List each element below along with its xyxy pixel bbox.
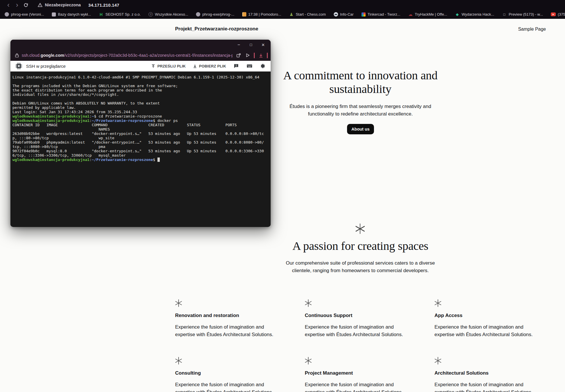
forward-button[interactable]: › (13, 1, 21, 9)
send-icon[interactable] (245, 52, 251, 58)
terminal-line: The programs included with the Debian GN… (12, 84, 269, 88)
asterisk-icon (434, 357, 441, 364)
service-card: Renovation and restorationExperience the… (175, 295, 284, 352)
bookmark-item[interactable]: ▽Wszystkie Akceso... (148, 12, 188, 17)
github-favicon-icon (5, 12, 9, 17)
bookmark-item[interactable]: Info-Car (334, 12, 354, 17)
bookmark-label: Preview (5173) - w... (509, 12, 543, 17)
bookmark-label: Info-Car (340, 12, 354, 17)
bookmark-item[interactable]: ◆Wydarzenia Hack... (455, 12, 494, 17)
keyboard-button[interactable] (246, 63, 253, 69)
terminal-line (12, 79, 269, 84)
bookmarks-bar: phrog-exe (Veroni...Bazy danych wykł...H… (0, 10, 565, 19)
bookmark-item[interactable]: 17:38 | Pomodoro... (242, 12, 281, 17)
service-description: Experience the fusion of imagination and… (305, 323, 413, 338)
hero-paragraph: Études is a pioneering firm that seamles… (282, 103, 439, 118)
tryhackme-favicon-icon: ☁ (408, 12, 413, 17)
ssh-popup-window: − □ × ssh.cloud.google.com/v2/ssh/projec… (10, 40, 271, 227)
ssh-app-title: SSH w przeglądarce (26, 64, 66, 69)
bookmark-label: TryHackMe | Offe... (415, 12, 447, 17)
download-file-button[interactable]: POBIERZ PLIK (193, 64, 226, 68)
upload-icon (151, 64, 155, 68)
bookmark-item[interactable]: □Preview (5173) - w... (502, 12, 543, 17)
terminal-line: Last login: Sat Jan 31 17:43:24 2026 fro… (12, 110, 269, 114)
bookmark-item[interactable]: Tinkercad - Tworz... (362, 12, 400, 17)
service-description: Experience the fusion of imagination and… (434, 381, 543, 392)
service-title: App Access (434, 313, 543, 318)
keyboard-icon (247, 64, 252, 68)
ssh-app-header: SSH w przeglądarce PRZEŚLIJ PLIK POBIERZ… (10, 61, 271, 72)
feedback-button[interactable] (233, 63, 239, 69)
settings-button[interactable] (260, 63, 266, 69)
security-badge[interactable]: Niezabezpieczona (38, 3, 81, 7)
terminal-line: CONTAINER ID IMAGE COMMAND CREATED STATU… (12, 123, 269, 127)
bookmark-item[interactable]: HSEOHOST Sp. z o.o. (99, 12, 141, 17)
download-icon (193, 64, 197, 68)
service-description: Experience the fusion of imagination and… (175, 323, 284, 338)
minimize-button[interactable]: − (236, 43, 241, 47)
shield-v-favicon-icon: ▽ (148, 12, 153, 17)
github-favicon-icon (196, 12, 200, 17)
bookmark-item[interactable]: ☁TryHackMe | Offe... (408, 12, 447, 17)
terminal-line: 263d08b92bbe wordpress:latest "docker-en… (12, 131, 269, 136)
bookmark-item[interactable]: Bazy danych wykł... (52, 12, 91, 17)
service-title: Project Management (305, 370, 413, 376)
asterisk-icon (175, 357, 182, 364)
address-bar-url[interactable]: 34.171.210.147 (88, 3, 119, 8)
close-button[interactable]: × (261, 42, 265, 47)
terminal-line: tcp, :::8080->80/tcp pma (12, 144, 269, 149)
bookmark-item[interactable]: phrog-exe (Veroni... (5, 12, 44, 17)
infocar-favicon-icon (334, 12, 338, 17)
chip-icon (15, 62, 23, 70)
window-urlbar: ssh.cloud.google.com/v2/ssh/projects/pro… (10, 50, 271, 61)
terminal-line: the exact distribution terms for each pr… (12, 88, 269, 92)
bookmark-label: Start - Chess.com (296, 12, 326, 17)
terminal-line: wglodkowska@instancja-produkcyjna1:~/Prz… (12, 118, 269, 123)
open-in-window-icon[interactable] (235, 52, 242, 58)
upload-file-button[interactable]: PRZEŚLIJ PLIK (151, 64, 186, 68)
bookmark-label: phrog-exe (Veroni... (11, 12, 44, 17)
about-us-button[interactable]: About us (347, 124, 374, 134)
bookmark-item[interactable]: phrog-exe/phrog-... (196, 12, 234, 17)
bookmark-label: SEOHOST Sp. z o.o. (105, 12, 141, 17)
bookmark-item[interactable]: (375) Docker Tuto... (551, 12, 565, 17)
service-card: Architectural SolutionsExperience the fu… (434, 352, 543, 392)
security-warning-label: Niezabezpieczona (45, 3, 81, 7)
passion-paragraph: Our comprehensive suite of professional … (280, 259, 441, 274)
refresh-button[interactable] (21, 1, 30, 9)
nav-link-sample-page[interactable]: Sample Page (518, 27, 546, 32)
terminal-output[interactable]: Linux instancja-produkcyjna1 6.1.0-42-cl… (10, 72, 271, 227)
browser-chrome: ‹ › Niezabezpieczona 34.171.210.147 phro… (0, 0, 565, 19)
bookmark-item[interactable]: ♟Start - Chess.com (289, 12, 326, 17)
refresh-icon (23, 3, 28, 8)
urlbar-right-bar (267, 53, 268, 58)
terminal-line: wglodkowska@instancja-produkcyjna1:~$ cd… (12, 114, 269, 118)
service-card: App AccessExperience the fusion of imagi… (434, 295, 543, 352)
ssh-header-actions: PRZEŚLIJ PLIK POBIERZ PLIK (151, 63, 266, 69)
terminal-line: NAMES (12, 127, 269, 131)
bookmark-label: 17:38 | Pomodoro... (248, 12, 281, 17)
asterisk-icon (175, 299, 182, 307)
pomodoro-favicon-icon (242, 12, 246, 17)
terminal-line: individual files in /usr/share/doc/*/cop… (12, 92, 269, 97)
service-card: Continuous SupportExperience the fusion … (305, 295, 413, 352)
back-button[interactable]: ‹ (4, 1, 13, 9)
bookmark-label: Bazy danych wykł... (58, 12, 91, 17)
seohost-favicon-icon: H (99, 12, 103, 17)
terminal-line: p, :::80->80/tcp wp_site (12, 136, 269, 140)
download-file-icon[interactable] (258, 52, 264, 58)
terminal-line: Linux instancja-produkcyjna1 6.1.0-42-cl… (12, 75, 269, 79)
youtube-favicon-icon (551, 12, 556, 16)
maximize-button[interactable]: □ (249, 43, 253, 47)
service-title: Continuous Support (305, 313, 413, 318)
window-url[interactable]: ssh.cloud.google.com/v2/ssh/projects/pro… (22, 53, 232, 58)
bookmark-label: Tinkercad - Tworz... (368, 12, 400, 17)
gear-icon (260, 63, 265, 69)
warning-triangle-icon (38, 3, 43, 7)
terminal-line: Debian GNU/Linux comes with ABSOLUTELY N… (12, 101, 269, 105)
services-grid: Renovation and restorationExperience the… (175, 295, 543, 392)
passion-heading: A passion for creating spaces (261, 239, 460, 253)
terminal-line (12, 97, 269, 101)
site-title[interactable]: Projekt_Przetwarzanie-rozproszone (175, 26, 258, 32)
hero-heading-line1: A commitment to innovation and (266, 69, 454, 82)
